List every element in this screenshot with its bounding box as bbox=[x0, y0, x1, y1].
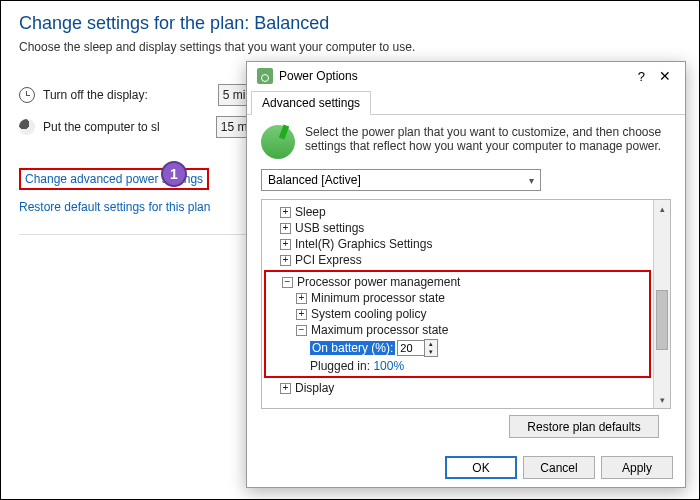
page-title: Change settings for the plan: Balanced bbox=[19, 13, 681, 34]
cancel-button[interactable]: Cancel bbox=[523, 456, 595, 479]
tree-item-system-cooling-policy[interactable]: System cooling policy bbox=[311, 307, 426, 321]
callout-marker-1: 1 bbox=[161, 161, 187, 187]
tree-item-maximum-processor-state[interactable]: Maximum processor state bbox=[311, 323, 448, 337]
tree-item-pci-express[interactable]: PCI Express bbox=[295, 253, 362, 267]
power-plan-select[interactable]: Balanced [Active] ▾ bbox=[261, 169, 541, 191]
tree-item-processor-power-management[interactable]: Processor power management bbox=[297, 275, 460, 289]
plugged-in-value[interactable]: 100% bbox=[373, 359, 404, 373]
tab-advanced-settings[interactable]: Advanced settings bbox=[251, 91, 371, 115]
turn-off-display-label: Turn off the display: bbox=[43, 88, 148, 102]
clock-icon bbox=[19, 87, 35, 103]
plugged-in-label[interactable]: Plugged in: bbox=[310, 359, 370, 373]
spinner-down[interactable]: ▾ bbox=[425, 348, 437, 356]
power-plan-value: Balanced [Active] bbox=[268, 173, 361, 187]
on-battery-label[interactable]: On battery (%): bbox=[310, 341, 395, 355]
tree-item-usb[interactable]: USB settings bbox=[295, 221, 364, 235]
tree-item-minimum-processor-state[interactable]: Minimum processor state bbox=[311, 291, 445, 305]
on-battery-value-input[interactable] bbox=[397, 340, 425, 356]
put-computer-to-sleep-value: 15 m bbox=[221, 120, 248, 134]
collapse-icon[interactable]: − bbox=[296, 325, 307, 336]
tree-scrollbar[interactable]: ▴ ▾ bbox=[653, 200, 670, 408]
tree-item-sleep[interactable]: Sleep bbox=[295, 205, 326, 219]
collapse-icon[interactable]: − bbox=[282, 277, 293, 288]
tree-item-intel-graphics[interactable]: Intel(R) Graphics Settings bbox=[295, 237, 432, 251]
tree-item-display[interactable]: Display bbox=[295, 381, 334, 395]
spinner-up[interactable]: ▴ bbox=[425, 340, 437, 348]
expand-icon[interactable]: + bbox=[280, 239, 291, 250]
dialog-title: Power Options bbox=[279, 69, 358, 83]
scroll-up-icon[interactable]: ▴ bbox=[654, 200, 670, 217]
expand-icon[interactable]: + bbox=[280, 383, 291, 394]
settings-tree[interactable]: +Sleep +USB settings +Intel(R) Graphics … bbox=[262, 200, 653, 408]
restore-plan-defaults-button[interactable]: Restore plan defaults bbox=[509, 415, 659, 438]
battery-leaf-icon bbox=[261, 125, 295, 159]
power-options-icon bbox=[257, 68, 273, 84]
apply-button[interactable]: Apply bbox=[601, 456, 673, 479]
moon-icon bbox=[19, 119, 35, 135]
scrollbar-thumb[interactable] bbox=[656, 290, 668, 350]
help-button[interactable]: ? bbox=[638, 69, 645, 84]
power-options-dialog: Power Options ? ✕ Advanced settings Sele… bbox=[246, 61, 686, 488]
dialog-intro-text: Select the power plan that you want to c… bbox=[305, 125, 671, 159]
expand-icon[interactable]: + bbox=[280, 255, 291, 266]
expand-icon[interactable]: + bbox=[296, 293, 307, 304]
highlight-box-2: −Processor power management +Minimum pro… bbox=[264, 270, 651, 378]
page-subtitle: Choose the sleep and display settings th… bbox=[19, 40, 681, 54]
scroll-down-icon[interactable]: ▾ bbox=[654, 391, 670, 408]
put-computer-to-sleep-label: Put the computer to sl bbox=[43, 120, 160, 134]
expand-icon[interactable]: + bbox=[280, 223, 291, 234]
expand-icon[interactable]: + bbox=[280, 207, 291, 218]
expand-icon[interactable]: + bbox=[296, 309, 307, 320]
close-button[interactable]: ✕ bbox=[655, 68, 675, 84]
ok-button[interactable]: OK bbox=[445, 456, 517, 479]
chevron-down-icon: ▾ bbox=[529, 175, 534, 186]
